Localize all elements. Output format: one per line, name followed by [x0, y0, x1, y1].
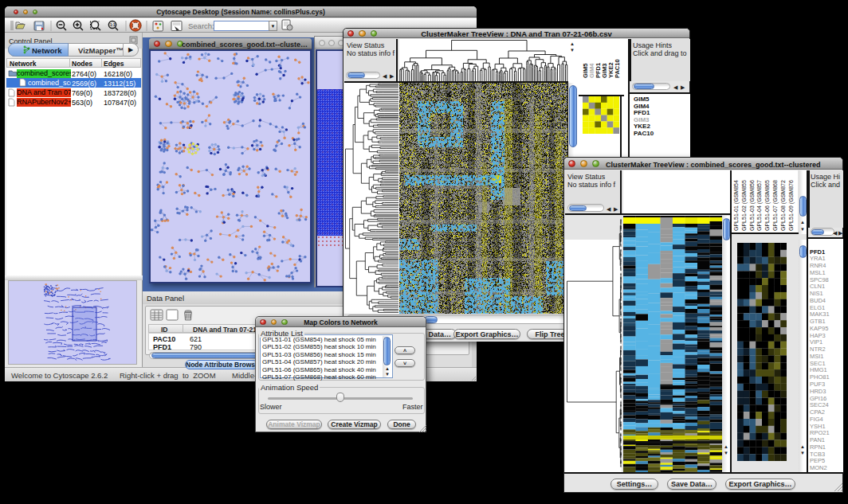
svg-text:1:1: 1:1 — [110, 23, 116, 27]
